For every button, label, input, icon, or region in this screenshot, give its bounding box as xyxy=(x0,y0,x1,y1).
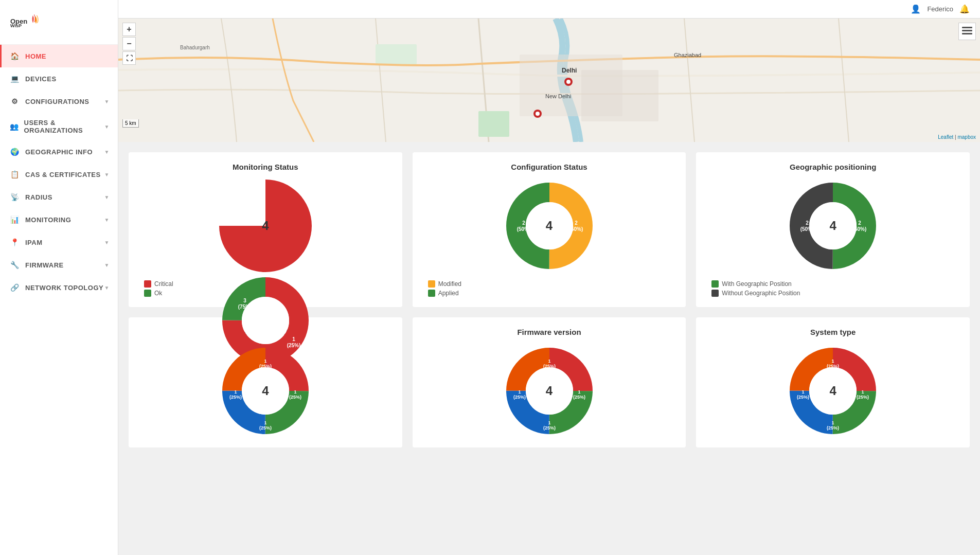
system-type-donut: 1 (25%) 1 (25%) 1 (25%) 1 (25%) 4 xyxy=(787,345,879,437)
svg-text:1: 1 xyxy=(264,420,266,425)
top-header: 👤 Federico 🔔 xyxy=(118,0,980,19)
svg-text:1: 1 xyxy=(292,336,295,342)
svg-rect-17 xyxy=(962,33,972,34)
chevron-down-icon: ▼ xyxy=(104,262,110,268)
svg-text:Bahadurgarh: Bahadurgarh xyxy=(180,45,210,50)
svg-text:1: 1 xyxy=(548,359,550,364)
svg-text:(75%): (75%) xyxy=(238,304,252,310)
svg-text:1: 1 xyxy=(802,389,805,395)
device-models-center: 4 xyxy=(262,384,269,398)
fullscreen-button[interactable]: ⛶ xyxy=(122,51,136,65)
zoom-in-button[interactable]: + xyxy=(122,23,136,36)
system-type-title: System type xyxy=(810,328,856,336)
monitoring-legend: Critical Ok xyxy=(139,280,173,297)
sidebar-item-configurations[interactable]: ⚙ CONFIGURATIONS ▼ xyxy=(0,90,118,113)
svg-text:(25%): (25%) xyxy=(827,425,839,431)
sidebar-item-cas[interactable]: 📋 CAS & CERTIFICATES ▼ xyxy=(0,163,118,186)
ipam-icon: 📍 xyxy=(10,237,20,247)
sidebar-item-ipam[interactable]: 📍 IPAM ▼ xyxy=(0,231,118,254)
sidebar-item-network-topology[interactable]: 🔗 NETWORK TOPOLOGY ▼ xyxy=(0,276,118,299)
applied-label: Applied xyxy=(438,290,459,297)
sidebar-item-label: FIRMWARE xyxy=(25,261,64,269)
geographic-icon: 🌍 xyxy=(10,147,20,157)
users-icon: 👥 xyxy=(10,121,19,132)
map-background: Delhi New Delhi Ghaziabad Bahadurgarh xyxy=(118,19,980,142)
sidebar-item-devices[interactable]: 💻 DEVICES xyxy=(0,67,118,90)
charts-section: Monitoring Status xyxy=(118,142,980,468)
chevron-down-icon: ▼ xyxy=(104,124,110,130)
legend-applied: Applied xyxy=(428,290,461,297)
svg-text:(25%): (25%) xyxy=(573,395,585,400)
username-label: Federico xyxy=(927,5,953,13)
network-topology-icon: 🔗 xyxy=(10,282,20,293)
svg-text:(25%): (25%) xyxy=(857,395,869,400)
user-icon: 👤 xyxy=(911,4,921,14)
svg-text:3: 3 xyxy=(243,298,246,303)
svg-text:(25%): (25%) xyxy=(513,395,525,400)
legend-critical: Critical xyxy=(144,280,173,288)
svg-text:WisP: WisP xyxy=(10,23,22,28)
svg-text:1: 1 xyxy=(862,389,864,395)
svg-text:1: 1 xyxy=(832,420,834,425)
chevron-down-icon: ▼ xyxy=(104,240,110,245)
svg-text:(25%): (25%) xyxy=(543,364,555,369)
sidebar-item-radius[interactable]: 📡 RADIUS ▼ xyxy=(0,186,118,208)
svg-text:1: 1 xyxy=(832,359,834,364)
svg-text:1: 1 xyxy=(234,389,237,395)
svg-rect-3 xyxy=(478,111,509,137)
svg-text:1: 1 xyxy=(294,389,296,395)
svg-text:1: 1 xyxy=(518,389,521,395)
zoom-out-button[interactable]: − xyxy=(122,37,136,50)
system-type-card: System type 1 (25%) 1 (25%) 1 xyxy=(696,317,970,447)
radius-icon: 📡 xyxy=(10,192,20,202)
firmware-version-card: Firmware version 1 (25%) 1 (25%) xyxy=(413,317,686,447)
home-icon: 🏠 xyxy=(10,51,20,61)
configuration-status-title: Configuration Status xyxy=(511,163,587,171)
sidebar-item-firmware[interactable]: 🔧 FIRMWARE ▼ xyxy=(0,254,118,276)
cas-icon: 📋 xyxy=(10,169,20,180)
sidebar-item-home[interactable]: 🏠 HOME xyxy=(0,45,118,67)
leaflet-link[interactable]: Leaflet xyxy=(938,134,953,140)
svg-text:(25%): (25%) xyxy=(797,395,809,400)
logo-area: Open WisP xyxy=(0,0,118,45)
chevron-down-icon: ▼ xyxy=(104,217,110,223)
sidebar-item-geographic[interactable]: 🌍 GEOGRAPHIC INFO ▼ xyxy=(0,140,118,163)
notification-bell-icon[interactable]: 🔔 xyxy=(959,4,970,14)
monitoring-center-value: 4 xyxy=(262,219,269,233)
configuration-status-donut: 2 (50%) 2 (50%) 4 xyxy=(503,180,596,272)
ok-color xyxy=(144,290,151,297)
without-geo-label: Without Geographic Position xyxy=(722,290,800,297)
svg-text:(25%): (25%) xyxy=(259,425,272,431)
legend-without-geo: Without Geographic Position xyxy=(711,290,800,297)
main-content: 👤 Federico 🔔 xyxy=(118,0,980,555)
geographic-positioning-donut: 2 (50%) 2 (50%) 4 xyxy=(787,180,879,272)
legend-modified: Modified xyxy=(428,280,461,288)
critical-color xyxy=(144,280,151,288)
svg-text:(25%): (25%) xyxy=(259,364,272,369)
without-geo-color xyxy=(711,290,719,297)
geo-center-value: 4 xyxy=(829,219,836,233)
configuration-status-card: Configuration Status 2 (50%) 2 (50%) xyxy=(413,152,686,307)
nav-menu: 🏠 HOME 💻 DEVICES ⚙ CONFIGURATIONS ▼ 👥 US… xyxy=(0,45,118,299)
svg-text:1: 1 xyxy=(264,359,266,364)
configurations-icon: ⚙ xyxy=(10,96,20,106)
svg-rect-6 xyxy=(581,70,658,121)
critical-label: Critical xyxy=(154,280,173,288)
monitoring-status-card: Monitoring Status xyxy=(129,152,402,307)
sidebar-item-label: GEOGRAPHIC INFO xyxy=(25,148,93,156)
chevron-down-icon: ▼ xyxy=(104,99,110,104)
svg-rect-4 xyxy=(376,44,417,65)
device-models-donut: 1 (25%) 1 (25%) 1 (25%) 1 (25%) 4 xyxy=(219,345,312,437)
map-scale: 5 km xyxy=(122,119,139,128)
sidebar-item-users[interactable]: 👥 USERS & ORGANIZATIONS ▼ xyxy=(0,113,118,140)
layers-button[interactable] xyxy=(958,23,976,40)
mapbox-link[interactable]: mapbox xyxy=(957,134,976,140)
map-controls: + − ⛶ xyxy=(122,23,136,65)
chevron-down-icon: ▼ xyxy=(104,285,110,291)
sidebar: Open WisP 🏠 HOME 💻 DEVICES ⚙ CONFIGURATI… xyxy=(0,0,118,555)
svg-text:(50%): (50%) xyxy=(800,226,814,232)
chevron-down-icon: ▼ xyxy=(104,149,110,155)
ok-label: Ok xyxy=(154,290,162,297)
legend-with-geo: With Geographic Position xyxy=(711,280,800,288)
sidebar-item-monitoring[interactable]: 📊 MONITORING ▼ xyxy=(0,208,118,231)
